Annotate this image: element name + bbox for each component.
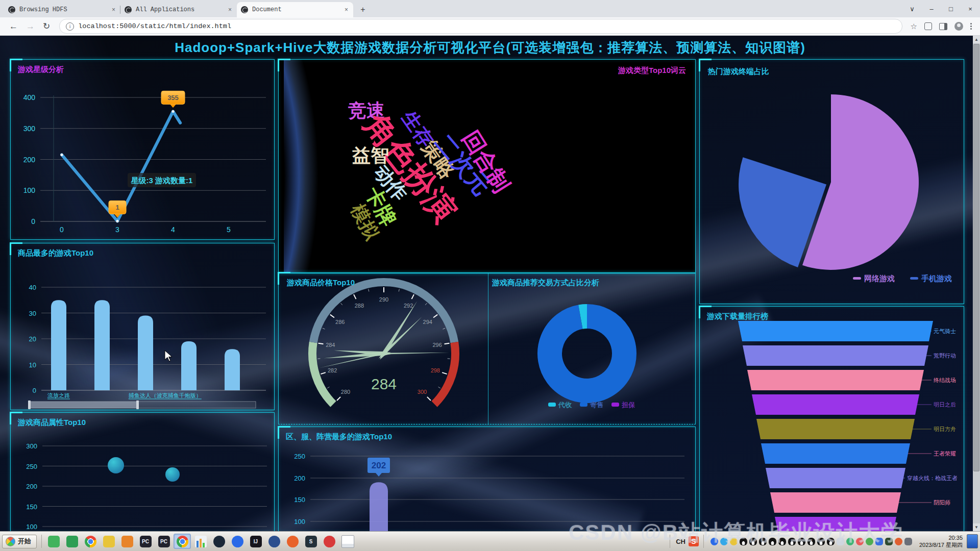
profile-avatar[interactable] <box>954 22 963 31</box>
taskbar-separator <box>41 535 42 548</box>
svg-text:30: 30 <box>29 310 36 317</box>
taskbar-app-stats-icon[interactable] <box>192 534 209 549</box>
download-funnel-chart: 元气骑士荒野行动终结战场明日之后明日方舟王者荣耀穿越火线：枪战王者阴阳师 <box>700 307 964 531</box>
panel-title: 游戏类型Top10词云 <box>618 66 686 76</box>
tab-favicon <box>8 6 15 13</box>
extensions-icon[interactable] <box>924 22 932 30</box>
svg-text:3: 3 <box>115 226 119 234</box>
clock-time: 20:35 <box>919 534 963 541</box>
start-button[interactable]: 开始 <box>2 535 37 548</box>
svg-text:1: 1 <box>115 204 119 211</box>
clock-date: 2023/8/17 星期四 <box>919 541 963 548</box>
taskbar-app-sticky-notes-icon[interactable] <box>100 534 117 549</box>
panel-title: 游戏商品属性Top10 <box>18 418 86 428</box>
forward-button[interactable]: → <box>26 21 35 32</box>
chrome-active-glyph <box>177 536 188 547</box>
svg-text:284: 284 <box>326 342 335 348</box>
svg-text:400: 400 <box>23 93 36 102</box>
start-label: 开始 <box>18 537 31 546</box>
svg-text:292: 292 <box>404 303 413 309</box>
window-close-button[interactable]: × <box>961 5 980 13</box>
back-button[interactable]: ← <box>9 21 18 32</box>
svg-text:296: 296 <box>433 342 442 348</box>
music-glyph <box>324 536 335 547</box>
address-bar[interactable]: i localhost:5000/static/html/index.html <box>59 19 902 34</box>
tab-search-chevron-icon[interactable]: ∨ <box>902 5 922 13</box>
side-panel-icon[interactable] <box>939 23 947 30</box>
panel-title: 商品最多的游戏Top10 <box>18 248 93 258</box>
taskbar-app-intellij-icon[interactable]: IJ <box>247 534 264 549</box>
qq-pet-glyph <box>121 536 133 547</box>
panel-terminal-pie: 热门游戏终端占比 网络游戏手机游戏 <box>699 59 964 304</box>
svg-text:150: 150 <box>294 496 305 504</box>
tab-close-icon[interactable]: × <box>227 6 233 13</box>
taskbar-app-qq-pet-icon[interactable] <box>118 534 136 549</box>
tray-mic-icon[interactable] <box>904 538 912 545</box>
tab-close-icon[interactable]: × <box>344 6 349 13</box>
tab-favicon <box>241 6 248 13</box>
taskbar-app-pycharm-1-icon[interactable]: PC <box>137 534 154 549</box>
wecom-glyph <box>66 536 78 547</box>
svg-text:明日方舟: 明日方舟 <box>934 426 956 432</box>
svg-text:寄售: 寄售 <box>590 401 603 409</box>
svg-text:290: 290 <box>379 296 388 303</box>
browser-menu-icon[interactable] <box>970 23 972 30</box>
terminal-pie-chart: 网络游戏手机游戏 <box>700 60 964 304</box>
taskbar-app-music-icon[interactable] <box>321 534 338 549</box>
svg-text:流放之路: 流放之路 <box>47 392 70 398</box>
svg-text:5: 5 <box>227 226 231 234</box>
svg-text:20: 20 <box>29 335 36 343</box>
window-maximize-button[interactable]: □ <box>941 5 961 13</box>
browser-tab-0[interactable]: Browsing HDFS× <box>4 2 120 17</box>
svg-text:284: 284 <box>371 375 397 392</box>
reload-button[interactable]: ↻ <box>43 21 50 32</box>
taskbar-app-notepad-icon[interactable] <box>339 534 356 549</box>
attrs-scatter-chart: 100150200250300 <box>11 413 274 531</box>
taskbar-app-eclipse-icon[interactable] <box>265 534 283 549</box>
taskbar-app-chrome-active-icon[interactable] <box>174 534 191 549</box>
svg-text:150: 150 <box>26 503 37 511</box>
svg-text:星级:3 游戏数量:1: 星级:3 游戏数量:1 <box>131 176 193 185</box>
taskbar-app-pycharm-2-icon[interactable]: PC <box>155 534 173 549</box>
taskbar-app-wecom-icon[interactable] <box>63 534 81 549</box>
svg-text:280: 280 <box>341 389 350 395</box>
browser-toolbar: ← → ↻ i localhost:5000/static/html/index… <box>0 17 980 36</box>
pie-legend[interactable]: 网络游戏手机游戏 <box>853 274 952 283</box>
svg-text:282: 282 <box>328 367 337 373</box>
stats-glyph <box>195 536 207 547</box>
site-info-icon[interactable]: i <box>66 22 74 31</box>
taskbar-app-chrome-icon[interactable] <box>82 534 99 549</box>
zone-bar-chart: 100150200250202 <box>279 427 695 531</box>
svg-text:100: 100 <box>26 523 37 531</box>
scroll-up-arrow[interactable]: ▲ <box>973 36 980 43</box>
window-minimize-button[interactable]: – <box>922 5 941 13</box>
messenger-tray-icon[interactable] <box>967 534 978 548</box>
new-tab-button[interactable]: + <box>356 3 370 16</box>
url-text[interactable]: localhost:5000/static/html/index.html <box>78 22 231 30</box>
svg-text:手机游戏: 手机游戏 <box>921 274 952 283</box>
scroll-down-arrow[interactable]: ▼ <box>973 523 980 531</box>
page-title: Hadoop+Spark+Hive大数据游戏数据分析可视化平台(可选装增强包：推… <box>0 39 980 57</box>
svg-text:100: 100 <box>294 518 305 525</box>
donut-legend[interactable]: 代收寄售担保 <box>548 401 635 409</box>
panel-gauge-donut: 游戏商品价格Top10 游戏商品推荐交易方式占比分析 2802822842862… <box>278 272 696 424</box>
taskbar-app-sqlyog-icon[interactable]: S <box>302 534 320 549</box>
taskbar-clock[interactable]: 20:35 2023/8/17 星期四 <box>919 534 963 549</box>
browser-tab-1[interactable]: All Applications× <box>120 2 237 17</box>
svg-text:阴阳师: 阴阳师 <box>934 499 950 506</box>
tab-close-icon[interactable]: × <box>111 6 116 13</box>
svg-text:4: 4 <box>171 226 175 234</box>
scrollbar-thumb[interactable] <box>973 44 979 471</box>
notepad-glyph <box>341 535 354 548</box>
taskbar-app-firefox-icon[interactable] <box>284 534 301 549</box>
taskbar-app-steam-icon[interactable] <box>210 534 228 549</box>
tab-title: Document <box>252 6 339 13</box>
bookmark-star-icon[interactable]: ☆ <box>911 22 917 31</box>
browser-tab-2[interactable]: Document× <box>237 2 353 17</box>
price-gauge-chart: 280282284286288290292294296298300284 <box>279 273 488 424</box>
taskbar-app-wechat-icon[interactable] <box>45 534 62 549</box>
page-scrollbar[interactable]: ▲ ▼ <box>973 36 980 531</box>
tab-title: Browsing HDFS <box>19 6 107 13</box>
panel-title: 区、服、阵营最多的游戏Top10 <box>286 432 392 442</box>
taskbar-app-baidu-pan-icon[interactable] <box>229 534 246 549</box>
